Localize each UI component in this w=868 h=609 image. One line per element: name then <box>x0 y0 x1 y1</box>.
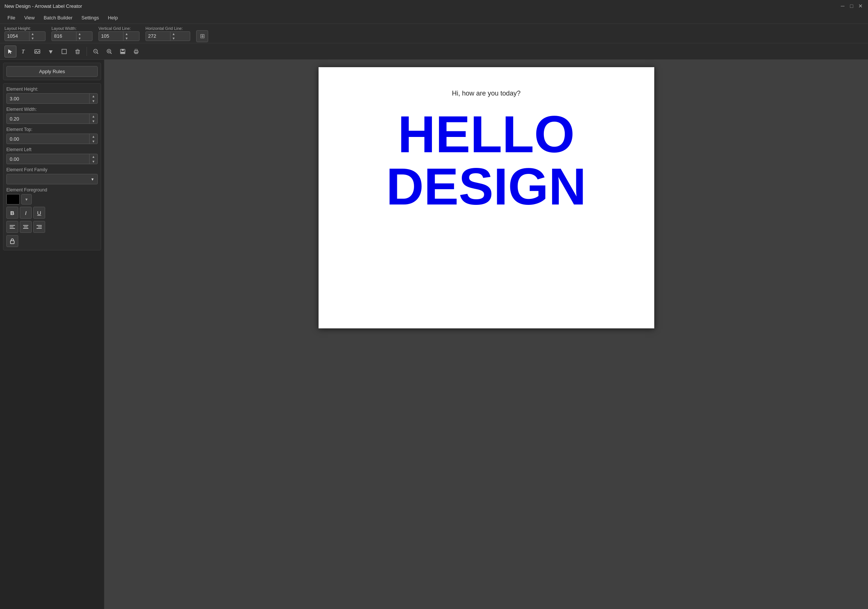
menu-settings[interactable]: Settings <box>77 14 103 22</box>
element-top-down[interactable]: ▼ <box>90 139 98 144</box>
delete-icon <box>74 48 81 54</box>
element-height-down[interactable]: ▼ <box>90 98 98 103</box>
zoom-out-button[interactable] <box>90 45 102 57</box>
canvas-area[interactable]: Hi, how are you today? HELLO DESIGN <box>104 60 868 609</box>
layout-height-spinner[interactable]: ▲ ▼ <box>5 31 45 41</box>
align-right-icon <box>37 225 42 229</box>
horizontal-grid-arrows: ▲ ▼ <box>170 32 177 41</box>
layout-width-input[interactable] <box>52 33 76 39</box>
element-properties-section: Element Height: ▲ ▼ Element Width: ▲ ▼ E… <box>3 83 101 250</box>
menu-batch-builder[interactable]: Batch Builder <box>39 14 77 22</box>
element-height-spinner[interactable]: ▲ ▼ <box>6 93 98 104</box>
layout-width-down[interactable]: ▼ <box>76 36 83 41</box>
save-button[interactable] <box>117 45 129 57</box>
menu-file[interactable]: File <box>3 14 20 22</box>
layout-bar: Layout Height: ▲ ▼ Layout Width: ▲ ▼ Ver… <box>0 24 868 43</box>
window-controls: ─ □ ✕ <box>840 3 863 9</box>
main-area: Apply Rules Element Height: ▲ ▼ Element … <box>0 60 868 609</box>
vertical-grid-down[interactable]: ▼ <box>124 36 130 41</box>
element-height-arrows: ▲ ▼ <box>89 94 98 103</box>
zoom-out-icon <box>93 48 99 54</box>
underline-button[interactable]: U <box>33 207 45 219</box>
horizontal-grid-label: Horizontal Grid Line: <box>146 26 190 31</box>
maximize-button[interactable]: □ <box>849 3 854 9</box>
horizontal-grid-down[interactable]: ▼ <box>170 36 177 41</box>
apply-rules-button[interactable]: Apply Rules <box>6 66 98 77</box>
layout-height-label: Layout Height: <box>5 26 45 31</box>
element-left-down[interactable]: ▼ <box>90 159 98 164</box>
element-height-input[interactable] <box>7 96 89 101</box>
barcode-tool-button[interactable] <box>45 45 57 57</box>
italic-button[interactable]: I <box>20 207 32 219</box>
select-tool-button[interactable] <box>5 45 16 57</box>
lock-button[interactable] <box>6 235 18 247</box>
element-top-up[interactable]: ▲ <box>90 134 98 139</box>
canvas-subtitle-text: Hi, how are you today? <box>319 90 654 97</box>
vertical-grid-spinner[interactable]: ▲ ▼ <box>98 31 140 41</box>
element-left-spinner[interactable]: ▲ ▼ <box>6 154 98 164</box>
layout-width-spinner[interactable]: ▲ ▼ <box>51 31 93 41</box>
horizontal-grid-up[interactable]: ▲ <box>170 32 177 36</box>
minimize-button[interactable]: ─ <box>840 3 846 9</box>
element-width-input[interactable] <box>7 116 89 122</box>
text-icon: T <box>21 48 27 54</box>
left-panel: Apply Rules Element Height: ▲ ▼ Element … <box>0 60 104 609</box>
element-top-spinner[interactable]: ▲ ▼ <box>6 134 98 144</box>
close-button[interactable]: ✕ <box>857 3 863 9</box>
layout-height-down[interactable]: ▼ <box>29 36 36 41</box>
horizontal-grid-input[interactable] <box>146 33 170 39</box>
save-icon <box>120 48 126 54</box>
vertical-grid-label: Vertical Grid Line: <box>98 26 140 31</box>
svg-marker-0 <box>8 49 12 54</box>
svg-rect-36 <box>11 241 14 244</box>
layout-width-up[interactable]: ▲ <box>76 32 83 36</box>
svg-marker-4 <box>49 50 53 54</box>
text-tool-button[interactable]: T <box>18 45 30 57</box>
tool-separator-1 <box>87 47 87 56</box>
print-icon <box>133 48 139 54</box>
align-center-button[interactable] <box>20 221 32 233</box>
element-width-label: Element Width: <box>6 107 98 112</box>
chevron-down-icon: ▼ <box>91 177 95 181</box>
element-top-input[interactable] <box>7 136 89 142</box>
element-left-label: Element Left <box>6 147 98 152</box>
element-top-arrows: ▲ ▼ <box>89 134 98 144</box>
element-font-family-dropdown[interactable]: ▼ <box>6 174 98 184</box>
svg-rect-11 <box>77 49 78 50</box>
svg-rect-21 <box>121 52 125 53</box>
svg-text:T: T <box>22 49 25 54</box>
element-left-input[interactable] <box>7 156 89 162</box>
menu-help[interactable]: Help <box>103 14 122 22</box>
title-bar: New Design - Arrowat Label Creator ─ □ ✕ <box>0 0 868 12</box>
element-width-down[interactable]: ▼ <box>90 119 98 124</box>
element-left-up[interactable]: ▲ <box>90 154 98 159</box>
element-height-up[interactable]: ▲ <box>90 94 98 98</box>
zoom-in-button[interactable] <box>103 45 115 57</box>
layout-height-group: Layout Height: ▲ ▼ <box>5 26 45 41</box>
element-left-arrows: ▲ ▼ <box>89 154 98 164</box>
tools-bar: T <box>0 43 868 60</box>
foreground-color-dropdown[interactable]: ▼ <box>21 194 32 205</box>
layout-height-input[interactable] <box>5 33 29 39</box>
grid-toggle-button[interactable]: ⊞ <box>196 30 208 42</box>
lock-icon <box>10 238 15 244</box>
element-width-up[interactable]: ▲ <box>90 114 98 119</box>
foreground-color-swatch[interactable] <box>6 194 20 205</box>
bold-button[interactable]: B <box>6 207 18 219</box>
image-tool-button[interactable] <box>31 45 43 57</box>
layout-width-arrows: ▲ ▼ <box>76 32 83 41</box>
rect-tool-button[interactable] <box>58 45 70 57</box>
vertical-grid-input[interactable] <box>99 33 123 39</box>
vertical-grid-up[interactable]: ▲ <box>124 32 130 36</box>
print-button[interactable] <box>130 45 142 57</box>
element-width-spinner[interactable]: ▲ ▼ <box>6 113 98 124</box>
align-right-button[interactable] <box>33 221 45 233</box>
align-left-button[interactable] <box>6 221 18 233</box>
delete-button[interactable] <box>71 45 84 57</box>
layout-height-up[interactable]: ▲ <box>29 32 36 36</box>
layout-width-group: Layout Width: ▲ ▼ <box>51 26 93 41</box>
menu-view[interactable]: View <box>20 14 39 22</box>
horizontal-grid-spinner[interactable]: ▲ ▼ <box>146 31 190 41</box>
select-icon <box>8 48 14 54</box>
zoom-in-icon <box>106 48 112 54</box>
